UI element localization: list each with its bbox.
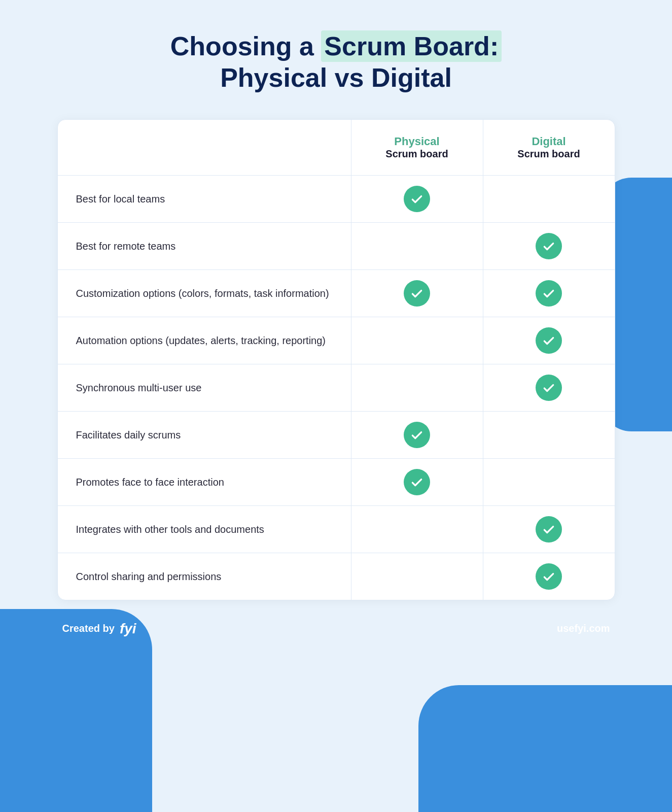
table-header: Physical Scrum board Digital Scrum board — [58, 120, 615, 176]
page-title: Choosing a Scrum Board: Physical vs Digi… — [170, 30, 502, 94]
check-icon — [536, 327, 562, 354]
table-row: Synchronous multi-user use — [58, 364, 615, 412]
title-line1: Choosing a Scrum Board: — [170, 30, 502, 62]
row-digital-5 — [483, 412, 615, 458]
footer-logo: fyi — [120, 621, 136, 637]
col-physical-type: Physical — [362, 135, 473, 148]
check-icon — [404, 280, 430, 307]
table-row: Integrates with other tools and document… — [58, 506, 615, 553]
row-digital-1 — [483, 223, 615, 269]
comparison-table: Physical Scrum board Digital Scrum board… — [57, 119, 615, 600]
table-row: Control sharing and permissions — [58, 553, 615, 600]
header-cell-digital: Digital Scrum board — [483, 120, 615, 175]
footer-brand: Created by fyi — [62, 621, 136, 637]
col-physical-sub: Scrum board — [362, 148, 473, 160]
row-label-4: Synchronous multi-user use — [58, 364, 351, 411]
check-icon — [536, 375, 562, 401]
footer: Created by fyi usefyi.com — [57, 621, 615, 637]
table-body: Best for local teams Best for remote tea… — [58, 176, 615, 600]
row-label-3: Automation options (updates, alerts, tra… — [58, 317, 351, 364]
decorative-shape-bottom-right — [418, 685, 672, 812]
title-highlight: Scrum Board: — [321, 30, 502, 62]
row-label-2: Customization options (colors, formats, … — [58, 270, 351, 317]
row-physical-0 — [351, 176, 483, 222]
col-digital-sub: Scrum board — [493, 148, 605, 160]
title-line2: Physical vs Digital — [220, 63, 452, 92]
title-heading: Choosing a Scrum Board: Physical vs Digi… — [170, 30, 502, 94]
row-physical-3 — [351, 317, 483, 364]
table-row: Automation options (updates, alerts, tra… — [58, 317, 615, 364]
row-physical-4 — [351, 364, 483, 411]
row-physical-8 — [351, 553, 483, 600]
row-label-5: Facilitates daily scrums — [58, 412, 351, 458]
check-icon — [536, 516, 562, 543]
row-digital-3 — [483, 317, 615, 364]
row-digital-0 — [483, 176, 615, 222]
footer-url: usefyi.com — [557, 623, 610, 634]
row-label-0: Best for local teams — [58, 176, 351, 222]
row-digital-7 — [483, 506, 615, 553]
row-digital-4 — [483, 364, 615, 411]
check-icon — [404, 186, 430, 212]
header-cell-feature — [58, 120, 351, 175]
col-digital-type: Digital — [493, 135, 605, 148]
footer-created-by-label: Created by — [62, 623, 115, 634]
row-digital-8 — [483, 553, 615, 600]
table-row: Facilitates daily scrums — [58, 412, 615, 459]
row-physical-5 — [351, 412, 483, 458]
row-digital-6 — [483, 459, 615, 505]
row-label-1: Best for remote teams — [58, 223, 351, 269]
content-wrapper: Choosing a Scrum Board: Physical vs Digi… — [0, 0, 672, 678]
check-icon — [536, 280, 562, 307]
row-digital-2 — [483, 270, 615, 317]
row-physical-6 — [351, 459, 483, 505]
row-physical-7 — [351, 506, 483, 553]
check-icon — [536, 563, 562, 590]
row-label-7: Integrates with other tools and document… — [58, 506, 351, 553]
row-physical-2 — [351, 270, 483, 317]
check-icon — [536, 233, 562, 259]
header-cell-physical: Physical Scrum board — [351, 120, 483, 175]
table-row: Best for local teams — [58, 176, 615, 223]
table-row: Promotes face to face interaction — [58, 459, 615, 506]
check-icon — [404, 422, 430, 448]
row-physical-1 — [351, 223, 483, 269]
check-icon — [404, 469, 430, 495]
table-row: Best for remote teams — [58, 223, 615, 270]
table-row: Customization options (colors, formats, … — [58, 270, 615, 317]
row-label-6: Promotes face to face interaction — [58, 459, 351, 505]
row-label-8: Control sharing and permissions — [58, 553, 351, 600]
